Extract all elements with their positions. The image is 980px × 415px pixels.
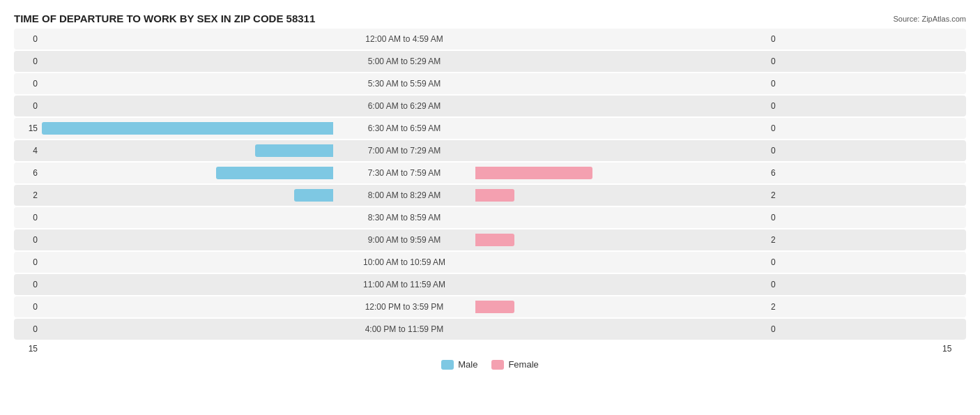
male-bar-container [42, 51, 335, 72]
table-row: 05:30 AM to 5:59 AM0 [14, 73, 966, 94]
male-value-label: 4 [14, 146, 42, 156]
male-value-label: 15 [14, 123, 42, 133]
male-bar-container [42, 118, 335, 139]
female-bar [475, 301, 514, 313]
table-row: 09:00 AM to 9:59 AM2 [14, 229, 966, 250]
female-bar-container [474, 140, 767, 161]
female-bar [475, 189, 514, 202]
male-bar [255, 144, 333, 157]
female-value-label: 0 [767, 123, 795, 133]
time-range-label: 7:30 AM to 7:59 AM [335, 168, 474, 178]
female-bar-container [474, 207, 767, 228]
table-row: 012:00 PM to 3:59 PM2 [14, 296, 966, 317]
female-value-label: 0 [767, 101, 795, 111]
legend-female-box [491, 360, 504, 370]
male-value-label: 0 [14, 235, 42, 245]
male-bar-container [42, 96, 335, 116]
male-value-label: 2 [14, 190, 42, 200]
male-value-label: 0 [14, 101, 42, 111]
time-range-label: 6:30 AM to 6:59 AM [335, 123, 474, 133]
male-value-label: 6 [14, 168, 42, 178]
male-bar-container [42, 185, 335, 206]
male-value-label: 0 [14, 280, 42, 289]
male-value-label: 0 [14, 257, 42, 267]
female-value-label: 6 [767, 168, 795, 178]
legend-male-box [441, 360, 454, 370]
time-range-label: 8:30 AM to 8:59 AM [335, 213, 474, 222]
male-value-label: 0 [14, 302, 42, 312]
female-value-label: 0 [767, 213, 795, 222]
table-row: 156:30 AM to 6:59 AM0 [14, 118, 966, 139]
male-value-label: 0 [14, 213, 42, 222]
male-bar-container [42, 29, 335, 50]
axis-right-value: 15 [938, 344, 966, 354]
time-range-label: 9:00 AM to 9:59 AM [335, 235, 474, 245]
male-bar-container [42, 140, 335, 161]
table-row: 08:30 AM to 8:59 AM0 [14, 207, 966, 228]
chart-container: TIME OF DEPARTURE TO WORK BY SEX IN ZIP … [0, 0, 980, 391]
time-range-label: 5:30 AM to 5:59 AM [335, 79, 474, 89]
female-bar-container [474, 163, 767, 183]
male-value-label: 0 [14, 56, 42, 66]
female-value-label: 2 [767, 235, 795, 245]
time-range-label: 4:00 PM to 11:59 PM [335, 324, 474, 334]
chart-area: 012:00 AM to 4:59 AM005:00 AM to 5:29 AM… [14, 29, 966, 340]
male-bar-container [42, 207, 335, 228]
legend-male: Male [441, 359, 477, 370]
table-row: 010:00 AM to 10:59 AM0 [14, 252, 966, 273]
legend-female: Female [491, 359, 538, 370]
time-range-label: 11:00 AM to 11:59 AM [335, 280, 474, 289]
table-row: 011:00 AM to 11:59 AM0 [14, 274, 966, 295]
male-bar-container [42, 73, 335, 94]
time-range-label: 6:00 AM to 6:29 AM [335, 101, 474, 111]
table-row: 05:00 AM to 5:29 AM0 [14, 51, 966, 72]
table-row: 67:30 AM to 7:59 AM6 [14, 163, 966, 183]
time-range-label: 12:00 AM to 4:59 AM [335, 34, 474, 44]
table-row: 47:00 AM to 7:29 AM0 [14, 140, 966, 161]
legend-female-label: Female [508, 359, 538, 370]
female-value-label: 0 [767, 34, 795, 44]
male-bar-container [42, 229, 335, 250]
male-bar-container [42, 319, 335, 340]
time-range-label: 7:00 AM to 7:29 AM [335, 146, 474, 156]
female-value-label: 2 [767, 302, 795, 312]
female-bar-container [474, 185, 767, 206]
female-bar-container [474, 118, 767, 139]
male-bar-container [42, 296, 335, 317]
female-bar-container [474, 274, 767, 295]
time-range-label: 10:00 AM to 10:59 AM [335, 257, 474, 267]
female-bar-container [474, 296, 767, 317]
time-range-label: 12:00 PM to 3:59 PM [335, 302, 474, 312]
table-row: 012:00 AM to 4:59 AM0 [14, 29, 966, 50]
female-bar [475, 234, 514, 246]
female-bar-container [474, 96, 767, 116]
female-bar-container [474, 252, 767, 273]
female-value-label: 0 [767, 324, 795, 334]
male-value-label: 0 [14, 34, 42, 44]
axis-left-value: 15 [14, 344, 42, 354]
time-range-label: 5:00 AM to 5:29 AM [335, 56, 474, 66]
female-bar [475, 167, 592, 179]
axis-row: 15 15 [14, 344, 966, 354]
table-row: 28:00 AM to 8:29 AM2 [14, 185, 966, 206]
female-value-label: 0 [767, 56, 795, 66]
male-bar-container [42, 163, 335, 183]
male-bar-container [42, 252, 335, 273]
male-bar [42, 122, 333, 135]
female-value-label: 0 [767, 257, 795, 267]
female-bar-container [474, 51, 767, 72]
male-value-label: 0 [14, 79, 42, 89]
female-bar-container [474, 73, 767, 94]
female-value-label: 0 [767, 79, 795, 89]
male-value-label: 0 [14, 324, 42, 334]
female-bar-container [474, 29, 767, 50]
female-value-label: 0 [767, 146, 795, 156]
female-bar-container [474, 319, 767, 340]
male-bar-container [42, 274, 335, 295]
female-bar-container [474, 229, 767, 250]
female-value-label: 0 [767, 280, 795, 289]
table-row: 06:00 AM to 6:29 AM0 [14, 96, 966, 116]
legend-male-label: Male [458, 359, 477, 370]
male-bar [216, 167, 333, 179]
table-row: 04:00 PM to 11:59 PM0 [14, 319, 966, 340]
